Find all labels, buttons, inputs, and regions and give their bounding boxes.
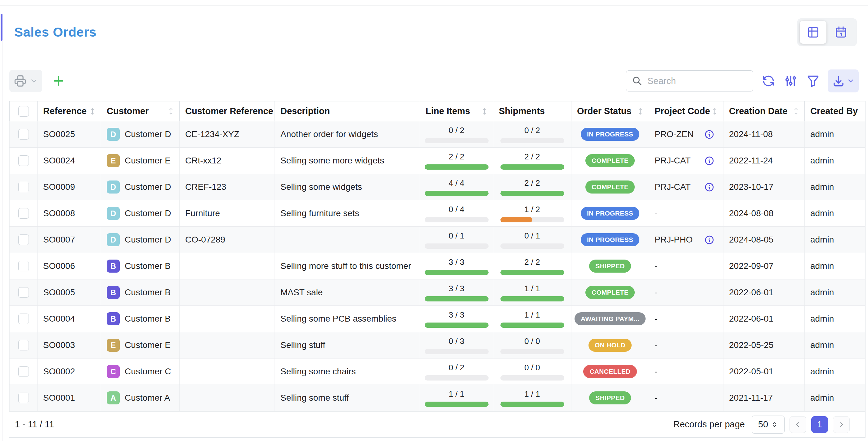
column-header-customer[interactable]: Customer: [101, 101, 180, 121]
progress-text: 1 / 1: [500, 284, 564, 293]
filter-button[interactable]: [806, 74, 820, 88]
sort-icon[interactable]: [166, 107, 176, 116]
row-description: Selling some chairs: [280, 367, 356, 376]
row-created-by: admin: [810, 156, 834, 165]
line-items-progress: 0 / 3: [425, 337, 489, 354]
info-icon[interactable]: [704, 156, 714, 166]
order-status-cell: COMPLETE: [571, 174, 649, 200]
creation-date-cell: 2022-09-07: [723, 253, 805, 279]
progress-fill: [425, 402, 489, 407]
customer-avatar: B: [107, 312, 120, 325]
project-code-cell: PRJ-PHO: [649, 227, 723, 253]
line-items-cell: 0 / 4: [420, 200, 493, 227]
print-actions-button[interactable]: [9, 70, 42, 92]
row-reference: SO0007: [43, 235, 75, 244]
column-header-customer-reference[interactable]: Customer Reference: [180, 101, 275, 121]
sort-icon[interactable]: [710, 107, 719, 116]
refresh-button[interactable]: [761, 74, 776, 88]
table-row[interactable]: SO0009 D Customer D CREF-123 Selling som…: [10, 174, 866, 200]
add-sales-order-button[interactable]: [52, 74, 66, 88]
shipments-cell: 0 / 0: [493, 332, 571, 358]
created-by-cell: admin: [805, 200, 866, 227]
column-header-order-status[interactable]: Order Status: [571, 101, 649, 121]
row-creation-date: 2022-06-01: [729, 314, 773, 323]
select-all-checkbox[interactable]: [18, 106, 29, 117]
row-checkbox[interactable]: [18, 261, 29, 271]
progress-text: 1 / 1: [500, 310, 564, 320]
search-input[interactable]: [647, 76, 747, 87]
table-row[interactable]: SO0024 E Customer E CRt-xx12 Selling som…: [10, 148, 866, 174]
column-header-creation-date[interactable]: Creation Date: [723, 101, 805, 121]
customer-name: Customer A: [125, 393, 170, 403]
info-icon[interactable]: [704, 182, 714, 192]
customer-reference-cell: Furniture: [180, 200, 275, 227]
column-header-reference[interactable]: Reference: [37, 101, 101, 121]
column-label: Shipments: [499, 106, 545, 116]
table-row[interactable]: SO0004 B Customer B Selling some PCB ass…: [10, 306, 866, 332]
row-checkbox[interactable]: [18, 208, 29, 219]
row-checkbox[interactable]: [18, 340, 29, 350]
table-body: SO0025 D Customer D CE-1234-XYZ Another …: [10, 121, 866, 411]
column-header-shipments[interactable]: Shipments: [493, 101, 571, 121]
table-row[interactable]: SO0025 D Customer D CE-1234-XYZ Another …: [10, 121, 866, 148]
row-checkbox[interactable]: [18, 182, 29, 192]
created-by-cell: admin: [805, 253, 866, 279]
table-row[interactable]: SO0006 B Customer B Selling more stuff t…: [10, 253, 866, 279]
line-items-cell: 4 / 4: [420, 174, 493, 200]
line-items-progress: 0 / 4: [425, 205, 489, 222]
row-created-by: admin: [810, 367, 834, 376]
table-row[interactable]: SO0003 E Customer E Selling stuff 0 / 3 …: [10, 332, 866, 358]
column-header-created-by[interactable]: Created By: [805, 101, 866, 121]
table-view-button[interactable]: [800, 21, 827, 44]
records-per-page-select[interactable]: 50: [752, 416, 784, 434]
row-checkbox[interactable]: [18, 155, 29, 166]
progress-text: 2 / 2: [500, 178, 564, 188]
customer-reference-cell: CO-07289: [180, 227, 275, 253]
checkbox-cell: [10, 121, 37, 148]
page-1-button[interactable]: 1: [811, 416, 828, 433]
line-items-cell: 2 / 2: [420, 148, 493, 174]
customer-reference-cell: [180, 332, 275, 358]
info-icon[interactable]: [704, 235, 714, 245]
table-row[interactable]: SO0007 D Customer D CO-07289 0 / 1 0 / 1…: [10, 227, 866, 253]
row-checkbox[interactable]: [18, 366, 29, 377]
column-header-line-items[interactable]: Line Items: [420, 101, 493, 121]
progress-fill: [500, 217, 532, 222]
progress-text: 1 / 2: [500, 205, 564, 214]
download-button[interactable]: [828, 69, 859, 92]
column-label: Creation Date: [729, 106, 788, 116]
table-view-icon: [806, 25, 820, 39]
line-items-progress: 0 / 2: [425, 363, 489, 380]
sales-orders-table-wrap: Reference Customer Customer Reference De…: [9, 101, 866, 411]
project-code-text: -: [655, 261, 657, 271]
previous-page-button[interactable]: [789, 416, 806, 433]
download-icon: [832, 74, 845, 88]
checkbox-cell: [10, 227, 37, 253]
column-header-description[interactable]: Description: [275, 101, 420, 121]
description-cell: [275, 227, 420, 253]
shipments-progress: 1 / 1: [500, 389, 564, 407]
sort-icon[interactable]: [792, 107, 801, 116]
view-mode-toggle: [797, 18, 857, 46]
row-checkbox[interactable]: [18, 129, 29, 139]
table-row[interactable]: SO0002 C Customer C Selling some chairs …: [10, 358, 866, 385]
sort-icon[interactable]: [480, 107, 489, 116]
progress-track: [425, 402, 489, 407]
row-checkbox[interactable]: [18, 314, 29, 324]
sort-icon[interactable]: [88, 107, 97, 116]
next-page-button[interactable]: [833, 416, 850, 433]
table-row[interactable]: SO0001 A Customer A Selling some stuff 1…: [10, 385, 866, 411]
row-creation-date: 2021-11-17: [729, 393, 773, 403]
column-header-project-code[interactable]: Project Code: [649, 101, 723, 121]
row-checkbox[interactable]: [18, 392, 29, 403]
table-row[interactable]: SO0008 D Customer D Furniture Selling fu…: [10, 200, 866, 227]
row-checkbox[interactable]: [18, 287, 29, 298]
calendar-view-button[interactable]: [828, 21, 854, 44]
row-checkbox[interactable]: [18, 234, 29, 245]
sort-icon[interactable]: [636, 107, 645, 116]
line-items-cell: 1 / 1: [420, 385, 493, 411]
panel-left-border: [2, 41, 2, 441]
info-icon[interactable]: [704, 129, 714, 139]
table-row[interactable]: SO0005 B Customer B MAST sale 3 / 3 1 / …: [10, 279, 866, 306]
table-settings-button[interactable]: [784, 74, 798, 88]
